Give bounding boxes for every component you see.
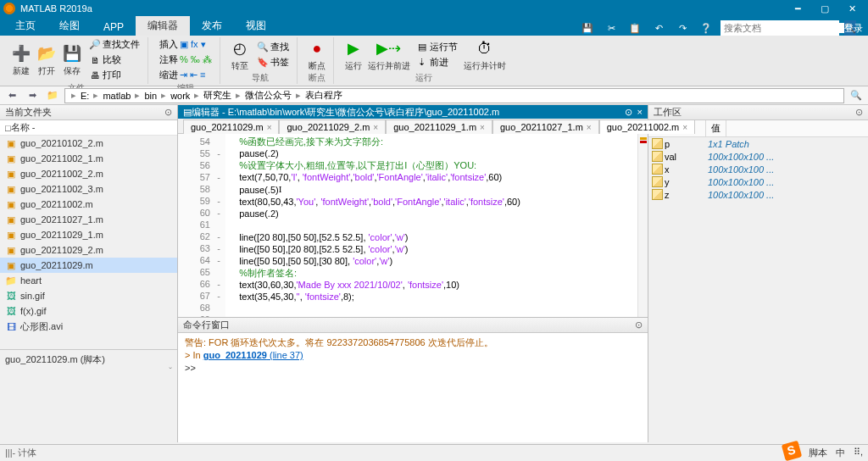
help-icon[interactable]: ❔ bbox=[697, 20, 715, 36]
command-window-head: 命令行窗口⊙ bbox=[178, 318, 648, 333]
file-row[interactable]: ▣guo_20210102_2.m bbox=[0, 136, 177, 151]
editor-minimap[interactable] bbox=[637, 134, 648, 317]
run-button[interactable]: ▶运行 bbox=[342, 37, 364, 72]
undo-icon[interactable]: ↶ bbox=[649, 20, 668, 36]
compare-button[interactable]: 🗎比较 bbox=[86, 53, 142, 67]
current-folder-head: 当前文件夹⊙ bbox=[0, 105, 177, 120]
cmd-menu-icon[interactable]: ⊙ bbox=[635, 319, 643, 330]
editor-menu-icon[interactable]: ⊙ bbox=[625, 107, 632, 118]
titlebar: MATLAB R2019a ━ ▢ ✕ bbox=[0, 0, 868, 17]
tab-app[interactable]: APP bbox=[92, 19, 136, 36]
save-button[interactable]: 💾保存 bbox=[61, 42, 83, 77]
find-button[interactable]: 🔍查找 bbox=[254, 40, 292, 54]
insert-button[interactable]: 插入 ▣ fx ▾ bbox=[157, 37, 214, 52]
runsection-button[interactable]: ▤运行节 bbox=[414, 40, 460, 54]
goto-button[interactable]: ◴转至 bbox=[229, 37, 251, 72]
fold-gutter[interactable]: --------- bbox=[212, 134, 225, 317]
panel-menu-icon[interactable]: ⊙ bbox=[164, 107, 172, 118]
path-search-icon[interactable]: 🔍 bbox=[848, 88, 865, 103]
tab-plot[interactable]: 绘图 bbox=[47, 16, 92, 36]
bookmark-button[interactable]: 🔖书签 bbox=[254, 55, 292, 69]
file-detail: guo_20211029.m (脚本) ˇ bbox=[0, 349, 177, 442]
tab-label: guo_20211029_1.m bbox=[393, 122, 476, 132]
close-button[interactable]: ✕ bbox=[839, 1, 865, 16]
open-button[interactable]: 📂打开 bbox=[36, 42, 58, 77]
editor-tab[interactable]: guo_20211029.m× bbox=[183, 119, 279, 134]
file-row[interactable]: ▣guo_20211002_3.m bbox=[0, 181, 177, 197]
file-name: f(x).gif bbox=[20, 306, 47, 316]
ws-menu-icon[interactable]: ⊙ bbox=[855, 107, 863, 118]
breakpoint-button[interactable]: ●断点 bbox=[306, 37, 328, 72]
var-name: z bbox=[665, 190, 670, 200]
file-browser[interactable]: ▣guo_20210102_2.m▣guo_20211002_1.m▣guo_2… bbox=[0, 136, 177, 349]
file-row[interactable]: ▣guo_20211002_1.m bbox=[0, 151, 177, 166]
file-col-header[interactable]: □ 名称 - bbox=[0, 120, 177, 136]
editor-tab[interactable]: guo_20211029_1.m× bbox=[386, 119, 492, 134]
file-row[interactable]: 🎞心形图.avi bbox=[0, 319, 177, 335]
file-row[interactable]: ▣guo_20211029.m bbox=[0, 258, 177, 273]
workspace-row[interactable]: z100x100x100 ... bbox=[648, 188, 868, 201]
runadv-button[interactable]: ▶⇢运行并前进 bbox=[368, 37, 410, 72]
editor-tab[interactable]: guo_20211027_1.m× bbox=[492, 119, 599, 134]
editor-tab[interactable]: guo_20211002.m× bbox=[599, 119, 695, 134]
editor-tab[interactable]: guo_20211029_2.m× bbox=[279, 119, 386, 134]
file-row[interactable]: ▣guo_20211029_2.m bbox=[0, 242, 177, 258]
file-row[interactable]: ▣guo_20211027_1.m bbox=[0, 212, 177, 227]
tab-close-icon[interactable]: × bbox=[480, 123, 485, 132]
search-docs[interactable]: 🔍 bbox=[721, 20, 839, 36]
file-row[interactable]: ▣guo_20211002.m bbox=[0, 197, 177, 212]
comment-button[interactable]: 注释 % ‰ ⁂ bbox=[157, 53, 214, 67]
var-value: 100x100x100 ... bbox=[708, 190, 866, 200]
file-name: guo_20211002_1.m bbox=[20, 153, 103, 164]
file-row[interactable]: 📁heart bbox=[0, 273, 177, 288]
file-row[interactable]: ▣guo_20211029_1.m bbox=[0, 227, 177, 242]
workspace-row[interactable]: val100x100x100 ... bbox=[648, 150, 868, 163]
line-gutter[interactable]: 54555657585960616263646566676869 bbox=[178, 134, 212, 317]
findfiles-button[interactable]: 🔎查找文件 bbox=[86, 37, 142, 52]
file-icon: ▣ bbox=[5, 168, 17, 180]
new-button[interactable]: ➕新建 bbox=[10, 42, 32, 77]
tab-close-icon[interactable]: × bbox=[267, 123, 272, 132]
tab-editor[interactable]: 编辑器 bbox=[136, 16, 190, 36]
up-button[interactable]: 📁 bbox=[44, 88, 61, 103]
runtime-button[interactable]: ⏱运行并计时 bbox=[464, 37, 506, 72]
file-icon: ▣ bbox=[5, 244, 17, 256]
tab-close-icon[interactable]: × bbox=[682, 123, 687, 132]
indent-button[interactable]: 缩进 ⇥ ⇤ ≡ bbox=[157, 68, 214, 82]
tab-view[interactable]: 视图 bbox=[234, 16, 278, 36]
back-button[interactable]: ⬅ bbox=[3, 88, 20, 103]
login-link[interactable]: 登录 bbox=[844, 22, 863, 35]
file-row[interactable]: 🖼sin.gif bbox=[0, 288, 177, 303]
editor-close-icon[interactable]: × bbox=[637, 107, 643, 118]
file-row[interactable]: 🖼f(x).gif bbox=[0, 303, 177, 319]
path-box[interactable]: ▸E:▸matlab▸bin▸work▸研究生▸微信公众号▸表白程序 bbox=[64, 88, 844, 103]
status-ime[interactable]: 中 bbox=[836, 447, 845, 459]
tab-close-icon[interactable]: × bbox=[373, 123, 378, 132]
code-area[interactable]: %函数已经画完,接下来为文字部分: pause(.2) %设置字体大小,粗细,位… bbox=[225, 134, 637, 317]
save-quick-icon[interactable]: 💾 bbox=[578, 20, 597, 36]
file-row[interactable]: ▣guo_20211002_2.m bbox=[0, 166, 177, 181]
advance-button[interactable]: ⇣前进 bbox=[414, 55, 460, 69]
file-name: guo_20211029_2.m bbox=[20, 245, 103, 255]
search-input[interactable] bbox=[721, 23, 844, 33]
minimize-button[interactable]: ━ bbox=[785, 1, 810, 16]
fwd-button[interactable]: ➡ bbox=[24, 88, 41, 103]
command-window-body[interactable]: 警告: FOR 循环迭代次太多。将在 9223372036854775806 次… bbox=[178, 333, 648, 442]
cut-icon[interactable]: ✂ bbox=[602, 20, 620, 36]
maximize-button[interactable]: ▢ bbox=[812, 1, 837, 16]
workspace-row[interactable]: y100x100x100 ... bbox=[648, 175, 868, 188]
redo-icon[interactable]: ↷ bbox=[673, 20, 692, 36]
workspace-row[interactable]: p1x1 Patch bbox=[648, 137, 868, 150]
tab-home[interactable]: 主页 bbox=[3, 16, 47, 36]
print-button[interactable]: 🖶打印 bbox=[86, 68, 142, 82]
tab-close-icon[interactable]: × bbox=[587, 123, 592, 132]
copy-icon[interactable]: 📋 bbox=[626, 20, 644, 36]
file-icon: ▣ bbox=[5, 259, 17, 271]
ribbon-body: ➕新建 📂打开 💾保存 🔎查找文件 🗎比较 🖶打印 文件 插入 ▣ fx ▾ 注… bbox=[0, 36, 868, 86]
workspace-body[interactable]: p1x1 Patchval100x100x100 ...x100x100x100… bbox=[648, 137, 868, 201]
warn-link[interactable]: guo_20211029 bbox=[203, 350, 267, 360]
prompt[interactable]: >> bbox=[185, 362, 641, 375]
workspace-row[interactable]: x100x100x100 ... bbox=[648, 163, 868, 175]
tab-publish[interactable]: 发布 bbox=[190, 16, 234, 36]
status-script: 脚本 bbox=[809, 447, 827, 459]
